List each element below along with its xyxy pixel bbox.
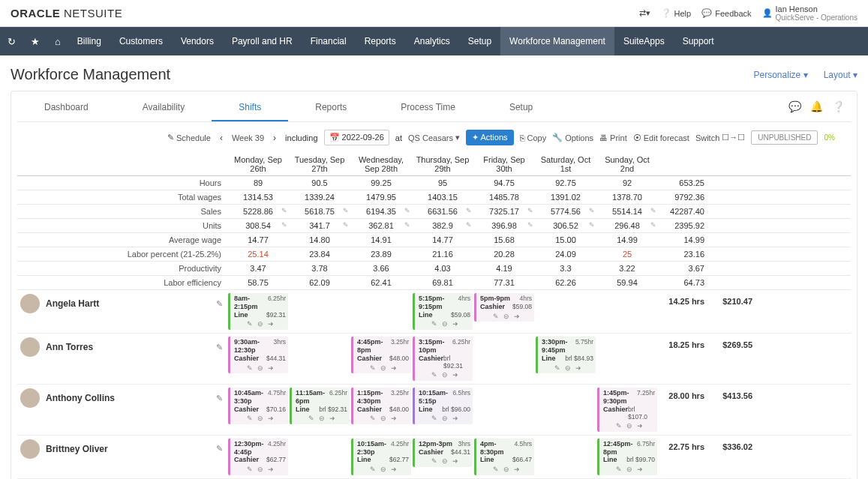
shift-card[interactable]: 4pm-8:30pm4.5hrsLine$66.47✎⊖➜ <box>474 439 534 475</box>
shift-delete-icon[interactable]: ⊖ <box>442 371 448 379</box>
shift-card[interactable]: 9:30am-12:30p3hrsCashier$44.31✎⊖➜ <box>228 337 288 373</box>
shift-card[interactable]: 12pm-3pm3hrsCashier$44.31✎⊖➜ <box>413 439 473 467</box>
edit-forecast-button[interactable]: ⦿ Edit forecast <box>633 133 689 142</box>
date-picker[interactable]: 📅 2022-09-26 <box>324 130 389 145</box>
edit-employee-icon[interactable]: ✎ <box>216 299 223 309</box>
nav-billing[interactable]: Billing <box>68 27 110 55</box>
chat-icon[interactable]: 💬 <box>788 100 801 112</box>
shift-cell[interactable]: 4:45pm-8pm3.25hrCashier$48.00✎⊖➜ <box>350 336 412 374</box>
nav-payroll-and-hr[interactable]: Payroll and HR <box>223 27 302 55</box>
shift-cell[interactable] <box>596 336 658 337</box>
shift-edit-icon[interactable]: ✎ <box>431 371 437 379</box>
shift-cell[interactable]: 10:45am-3:30p4.75hrCashier$70.16✎⊖➜ <box>227 387 289 425</box>
shift-move-icon[interactable]: ➜ <box>268 466 274 474</box>
role-switcher-icon[interactable]: ⇄▾ <box>639 8 650 18</box>
shift-card[interactable]: 10:15am-2:30p4.25hrLine$62.77✎⊖➜ <box>351 439 411 475</box>
shift-move-icon[interactable]: ➜ <box>452 415 458 423</box>
shift-edit-icon[interactable]: ✎ <box>247 466 253 474</box>
edit-stat-icon[interactable]: ✎ <box>343 207 349 214</box>
shift-card[interactable]: 5:15pm-9:15pm4hrsLine$59.08✎⊖➜ <box>413 293 473 330</box>
home-icon[interactable]: ⌂ <box>47 28 68 55</box>
subtab-availability[interactable]: Availability <box>116 91 212 121</box>
favorites-icon[interactable]: ★ <box>23 28 47 55</box>
edit-stat-icon[interactable]: ✎ <box>589 207 595 214</box>
shift-move-icon[interactable]: ➜ <box>329 415 335 423</box>
personalize-link[interactable]: Personalize ▾ <box>754 70 808 80</box>
shift-edit-icon[interactable]: ✎ <box>431 415 437 423</box>
shift-cell[interactable]: 3:30pm-9:45pm5.75hrLinebrl $84.93✎⊖➜ <box>535 336 596 374</box>
shift-cell[interactable]: 5:15pm-9:15pm4hrsLine$59.08✎⊖➜ <box>412 292 473 331</box>
help-link[interactable]: ❔ Help <box>661 8 692 18</box>
shift-card[interactable]: 12:45pm-8pm6.75hrLinebrl $99.70✎⊖➜ <box>597 439 657 475</box>
shift-cell[interactable] <box>473 387 535 388</box>
shift-move-icon[interactable]: ➜ <box>637 466 643 474</box>
publish-status[interactable]: UNPUBLISHED <box>751 130 818 145</box>
shift-move-icon[interactable]: ➜ <box>391 415 397 423</box>
layout-link[interactable]: Layout ▾ <box>824 70 857 80</box>
shift-cell[interactable] <box>596 292 658 294</box>
shift-move-icon[interactable]: ➜ <box>268 415 274 423</box>
shift-card[interactable]: 10:45am-3:30p4.75hrCashier$70.16✎⊖➜ <box>228 388 288 424</box>
shift-delete-icon[interactable]: ⊖ <box>380 415 386 423</box>
edit-stat-icon[interactable]: ✎ <box>650 207 656 214</box>
shift-card[interactable]: 3:30pm-9:45pm5.75hrLinebrl $84.93✎⊖➜ <box>536 337 596 373</box>
subtab-process-time[interactable]: Process Time <box>374 91 482 121</box>
edit-stat-icon[interactable]: ✎ <box>281 221 287 229</box>
shift-cell[interactable]: 12pm-3pm3hrsCashier$44.31✎⊖➜ <box>412 438 473 468</box>
shift-move-icon[interactable]: ➜ <box>452 320 458 328</box>
nav-vendors[interactable]: Vendors <box>172 27 223 55</box>
user-menu[interactable]: 👤 Ian Henson QuickServe - Operations <box>762 4 858 22</box>
shift-cell[interactable]: 8am-2:15pm6.25hrLine$92.31✎⊖➜ <box>227 292 289 331</box>
notifications-icon[interactable]: 🔔 <box>810 100 823 112</box>
feedback-link[interactable]: 💬 Feedback <box>701 8 751 18</box>
shift-cell[interactable]: 9:30am-12:30p3hrsCashier$44.31✎⊖➜ <box>227 336 289 374</box>
shift-card[interactable]: 4:45pm-8pm3.25hrCashier$48.00✎⊖➜ <box>351 337 411 373</box>
nav-workforce-management[interactable]: Workforce Management <box>500 27 614 55</box>
shift-delete-icon[interactable]: ⊖ <box>319 415 325 423</box>
shift-cell[interactable]: 11:15am-6pm6.25hrLinebrl $92.31✎⊖➜ <box>289 387 350 425</box>
shift-move-icon[interactable]: ➜ <box>268 320 274 328</box>
options-button[interactable]: 🔧 Options <box>552 133 593 142</box>
shift-edit-icon[interactable]: ✎ <box>247 415 253 423</box>
shift-move-icon[interactable]: ➜ <box>637 422 643 430</box>
shift-cell[interactable] <box>535 292 596 294</box>
shift-cell[interactable]: 3:15pm-10pm6.25hrCashierbrl $92.31✎⊖➜ <box>412 336 473 382</box>
shift-delete-icon[interactable]: ⊖ <box>257 415 263 423</box>
subtab-setup[interactable]: Setup <box>482 91 560 121</box>
copy-button[interactable]: ⎘ Copy <box>520 133 547 142</box>
shift-move-icon[interactable]: ➜ <box>391 466 397 474</box>
shift-edit-icon[interactable]: ✎ <box>493 313 499 321</box>
edit-stat-icon[interactable]: ✎ <box>404 221 410 229</box>
shift-cell[interactable]: 1:45pm-9:30pm7.25hrCashierbrl $107.0✎⊖➜ <box>596 387 658 433</box>
shift-edit-icon[interactable]: ✎ <box>247 320 253 328</box>
shift-delete-icon[interactable]: ⊖ <box>626 466 632 474</box>
shift-edit-icon[interactable]: ✎ <box>493 466 499 474</box>
shift-cell[interactable] <box>535 387 596 388</box>
shift-edit-icon[interactable]: ✎ <box>247 364 253 373</box>
shift-delete-icon[interactable]: ⊖ <box>442 320 448 328</box>
shift-move-icon[interactable]: ➜ <box>514 313 520 321</box>
subtab-dashboard[interactable]: Dashboard <box>17 91 116 121</box>
shift-cell[interactable]: 5pm-9pm4hrsCashier$59.08✎⊖➜ <box>473 292 535 322</box>
shift-delete-icon[interactable]: ⊖ <box>257 320 263 328</box>
shift-delete-icon[interactable]: ⊖ <box>442 415 448 423</box>
shift-move-icon[interactable]: ➜ <box>575 364 581 373</box>
shift-cell[interactable]: 12:30pm-4:45p4.25hrCashier$62.77✎⊖➜ <box>227 438 289 476</box>
shift-edit-icon[interactable]: ✎ <box>431 457 437 466</box>
shift-delete-icon[interactable]: ⊖ <box>380 466 386 474</box>
edit-employee-icon[interactable]: ✎ <box>216 394 223 403</box>
shift-delete-icon[interactable]: ⊖ <box>442 457 448 466</box>
shift-delete-icon[interactable]: ⊖ <box>565 364 571 373</box>
shift-cell[interactable] <box>350 292 412 294</box>
shift-cell[interactable]: 1:15pm-4:30pm3.25hrCashier$48.00✎⊖➜ <box>350 387 412 425</box>
shift-delete-icon[interactable]: ⊖ <box>257 364 263 373</box>
shift-delete-icon[interactable]: ⊖ <box>380 364 386 373</box>
shift-cell[interactable] <box>289 438 350 439</box>
shift-edit-icon[interactable]: ✎ <box>431 320 437 328</box>
subtab-shifts[interactable]: Shifts <box>212 91 288 121</box>
shift-edit-icon[interactable]: ✎ <box>554 364 560 373</box>
edit-stat-icon[interactable]: ✎ <box>466 221 472 229</box>
shift-card[interactable]: 5pm-9pm4hrsCashier$59.08✎⊖➜ <box>474 293 534 322</box>
shift-delete-icon[interactable]: ⊖ <box>503 466 509 474</box>
shift-cell[interactable] <box>289 336 350 337</box>
